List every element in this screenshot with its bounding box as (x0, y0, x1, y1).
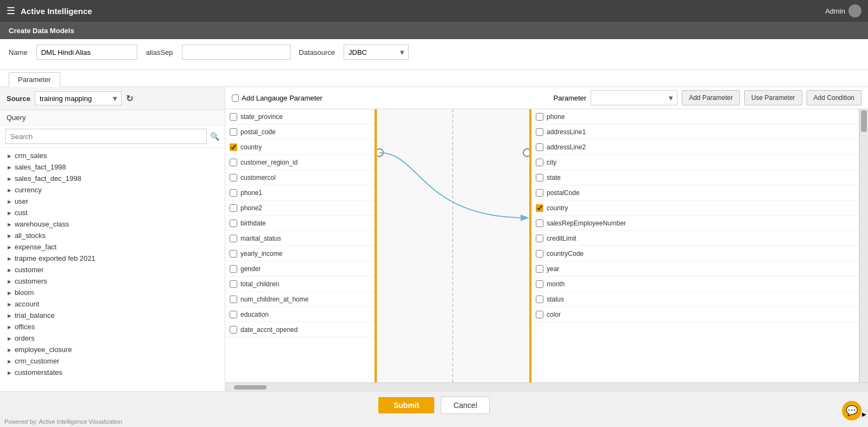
right-col-name: postalCode (547, 189, 580, 197)
search-icon[interactable]: 🔍 (210, 132, 219, 141)
tree-item[interactable]: ►crm_customer (0, 355, 225, 367)
tree-item[interactable]: ►customer (0, 264, 225, 275)
left-col-name: yearly_income (240, 250, 282, 258)
right-col-item: month (531, 277, 859, 292)
right-col-item: city (531, 155, 859, 170)
left-col-checkbox[interactable] (230, 159, 237, 166)
right-col-checkbox[interactable] (536, 113, 543, 121)
tree-item[interactable]: ►bloom (0, 287, 225, 298)
add-parameter-button[interactable]: Add Parameter (682, 90, 740, 105)
right-col-checkbox[interactable] (536, 143, 543, 151)
submit-button[interactable]: Submit (378, 397, 434, 413)
tree-item[interactable]: ►sales_fact_dec_1998 (0, 173, 225, 184)
left-col-checkbox[interactable] (230, 143, 237, 151)
query-label: Query (0, 110, 225, 125)
cancel-button[interactable]: Cancel (441, 397, 490, 414)
right-col-checkbox[interactable] (536, 189, 543, 197)
tree-item[interactable]: ►trial_balance (0, 310, 225, 321)
refresh-icon[interactable]: ↻ (126, 93, 133, 104)
source-select[interactable]: training mapping (35, 91, 122, 105)
left-col-checkbox[interactable] (230, 189, 237, 197)
tree-item[interactable]: ►customerstates (0, 367, 225, 378)
tree-item[interactable]: ►sales_fact_1998 (0, 161, 225, 173)
left-col-checkbox[interactable] (230, 174, 237, 181)
left-col-checkbox[interactable] (230, 128, 237, 136)
right-col-checkbox[interactable] (536, 235, 543, 242)
left-col-checkbox[interactable] (230, 311, 237, 318)
right-col-name: addressLine2 (547, 143, 586, 151)
tree-arrow-icon: ► (7, 221, 12, 228)
tree-item[interactable]: ►customers (0, 275, 225, 287)
add-condition-button[interactable]: Add Condition (807, 90, 861, 105)
tree-list: ►crm_sales►sales_fact_1998►sales_fact_de… (0, 148, 225, 391)
left-col-item: marital_status (225, 231, 377, 246)
tree-item[interactable]: ►offices (0, 321, 225, 332)
tree-item[interactable]: ►trapme exported feb 2021 (0, 253, 225, 264)
tree-arrow-icon: ► (7, 278, 12, 285)
right-col-checkbox[interactable] (536, 128, 543, 136)
left-col-name: education (240, 311, 269, 318)
right-col-checkbox[interactable] (536, 159, 543, 166)
left-col-checkbox[interactable] (230, 296, 237, 303)
left-col-name: total_children (240, 280, 279, 288)
add-language-checkbox[interactable] (232, 95, 239, 102)
left-col-checkbox[interactable] (230, 113, 237, 121)
left-col-checkbox[interactable] (230, 326, 237, 334)
tab-parameter[interactable]: Parameter (9, 72, 60, 87)
right-col-name: country (547, 204, 568, 212)
vertical-scrollbar[interactable] (859, 109, 868, 382)
right-col-checkbox[interactable] (536, 280, 543, 288)
param-select[interactable] (591, 90, 677, 105)
tree-arrow-icon: ► (7, 312, 12, 319)
left-col-checkbox[interactable] (230, 219, 237, 227)
page-header: Create Data Models (0, 22, 868, 39)
right-col-checkbox[interactable] (536, 204, 543, 212)
connector-svg (377, 109, 529, 382)
tree-item[interactable]: ►expense_fact (0, 241, 225, 253)
left-col-name: state_province (240, 113, 283, 121)
tree-item[interactable]: ►warehouse_class (0, 218, 225, 230)
chat-icon[interactable]: 💬 (842, 401, 861, 420)
tree-item[interactable]: ►user (0, 196, 225, 207)
right-col-name: addressLine1 (547, 128, 586, 136)
tree-item[interactable]: ►orders (0, 332, 225, 344)
right-col-item: countryCode (531, 246, 859, 261)
tree-item[interactable]: ►cust (0, 207, 225, 218)
datasource-select[interactable]: JDBC (344, 45, 409, 60)
admin-label: Admin (825, 7, 845, 15)
right-col-checkbox[interactable] (536, 250, 543, 258)
tree-item[interactable]: ►account (0, 298, 225, 310)
right-orange-bar (529, 109, 531, 382)
search-input[interactable] (5, 129, 207, 144)
right-col-item: salesRepEmployeeNumber (531, 216, 859, 231)
right-col-checkbox[interactable] (536, 311, 543, 318)
left-col-checkbox[interactable] (230, 204, 237, 212)
right-col-checkbox[interactable] (536, 174, 543, 181)
right-col-checkbox[interactable] (536, 219, 543, 227)
right-col-name: countryCode (547, 250, 584, 258)
name-label: Name (9, 48, 28, 56)
horizontal-scrollbar[interactable]: ▶ (225, 382, 868, 391)
left-col-checkbox[interactable] (230, 250, 237, 258)
tree-item[interactable]: ►currency (0, 184, 225, 196)
menu-icon[interactable]: ☰ (7, 5, 15, 17)
left-col-checkbox[interactable] (230, 280, 237, 288)
use-parameter-button[interactable]: Use Parameter (744, 90, 802, 105)
left-col-panel: state_provincepostal_codecountrycustomer… (225, 109, 377, 382)
right-col-checkbox[interactable] (536, 265, 543, 273)
left-col-item: date_accnt_opened (225, 322, 377, 337)
right-col-item: phone (531, 109, 859, 124)
left-col-checkbox[interactable] (230, 265, 237, 273)
tree-item[interactable]: ►crm_sales (0, 150, 225, 161)
add-language-checkbox-label[interactable]: Add Langauge Parameter (232, 94, 322, 102)
avatar (848, 4, 861, 17)
alias-input[interactable] (182, 45, 290, 60)
name-input[interactable] (36, 45, 137, 60)
tab-bar: Parameter (0, 70, 868, 87)
datasource-select-wrap: JDBC ▼ (344, 45, 409, 60)
left-col-checkbox[interactable] (230, 235, 237, 242)
right-col-checkbox[interactable] (536, 296, 543, 303)
right-col-item: state (531, 170, 859, 185)
tree-item[interactable]: ►all_stocks (0, 230, 225, 241)
tree-item[interactable]: ►employee_closure (0, 344, 225, 355)
